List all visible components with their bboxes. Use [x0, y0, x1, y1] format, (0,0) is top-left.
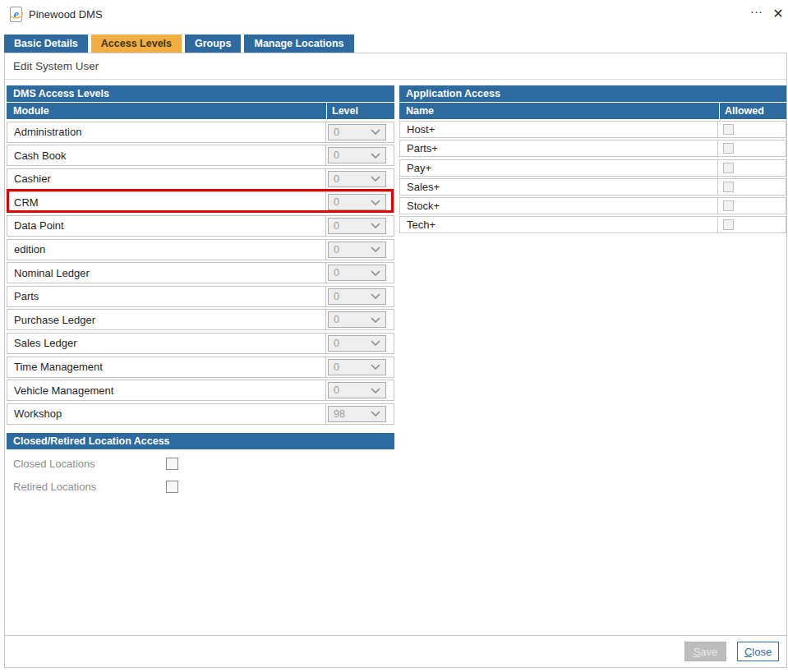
app-name-label: Pay+: [400, 160, 718, 176]
table-row: Parts 0: [7, 286, 394, 307]
chevron-down-icon: [371, 246, 380, 252]
window-title: Pinewood DMS: [29, 8, 103, 21]
chevron-down-icon: [371, 388, 380, 394]
table-row: Cash Book 0: [7, 145, 394, 166]
table-row-crm-highlighted: CRM 0: [7, 191, 394, 213]
level-value: 0: [334, 150, 339, 161]
table-row: edition 0: [7, 239, 394, 260]
level-value: 0: [334, 244, 339, 255]
level-value: 0: [334, 267, 339, 278]
level-value: 0: [334, 314, 339, 325]
table-row: Administration 0: [7, 122, 394, 143]
chevron-down-icon: [371, 340, 380, 346]
level-value: 0: [334, 220, 339, 232]
level-dropdown[interactable]: 0: [328, 265, 386, 281]
allowed-checkbox[interactable]: [723, 124, 734, 135]
table-row: Sales Ledger 0: [7, 333, 394, 354]
chevron-down-icon: [371, 223, 380, 228]
level-value: 0: [334, 196, 339, 208]
tab-basic-details[interactable]: Basic Details: [4, 35, 88, 53]
close-icon[interactable]: ✕: [769, 5, 787, 23]
page-title: Edit System User: [5, 53, 786, 80]
chevron-down-icon: [371, 129, 380, 135]
app-name-label: Stock+: [400, 198, 718, 214]
level-dropdown[interactable]: 0: [328, 124, 386, 140]
module-label: CRM: [7, 192, 326, 212]
level-dropdown[interactable]: 0: [328, 218, 386, 234]
tab-access-levels[interactable]: Access Levels: [91, 35, 182, 53]
level-dropdown[interactable]: 0: [328, 147, 386, 163]
save-button[interactable]: Save: [684, 642, 726, 661]
name-column-header: Name: [399, 103, 719, 119]
retired-locations-checkbox[interactable]: [166, 481, 178, 493]
allowed-checkbox[interactable]: [723, 182, 734, 192]
close-button[interactable]: Close: [737, 642, 779, 661]
tab-manage-locations[interactable]: Manage Locations: [244, 35, 353, 53]
level-dropdown[interactable]: 0: [328, 194, 386, 210]
table-row: Nominal Ledger 0: [7, 262, 394, 283]
content-frame: Edit System User DMS Access Levels Modul…: [4, 53, 787, 668]
module-label: Cashier: [7, 169, 326, 189]
table-row: Stock+: [399, 197, 786, 214]
level-dropdown[interactable]: 0: [328, 288, 386, 305]
level-dropdown[interactable]: 0: [328, 382, 386, 398]
level-dropdown[interactable]: 0: [328, 242, 386, 258]
closed-locations-row: Closed Locations: [7, 453, 394, 476]
level-value: 0: [334, 173, 339, 185]
allowed-checkbox[interactable]: [723, 163, 734, 173]
dms-column-header: Module Level: [7, 103, 394, 119]
allowed-checkbox[interactable]: [723, 219, 734, 230]
table-row: Vehicle Management 0: [7, 380, 394, 401]
chevron-down-icon: [371, 293, 380, 299]
level-dropdown[interactable]: 0: [328, 335, 386, 352]
level-value: 0: [334, 291, 339, 302]
table-row: Sales+: [399, 178, 786, 196]
module-label: Data Point: [7, 216, 326, 236]
level-dropdown[interactable]: 0: [328, 171, 386, 187]
application-column-header: Name Allowed: [399, 103, 786, 119]
retired-locations-label: Retired Locations: [7, 481, 166, 493]
table-row: Host+: [399, 121, 786, 138]
closed-retired-header: Closed/Retired Location Access: [7, 433, 394, 449]
level-dropdown[interactable]: 0: [328, 359, 386, 375]
chevron-down-icon: [371, 153, 380, 159]
module-label: Time Management: [7, 357, 326, 377]
table-row: Cashier 0: [7, 168, 394, 190]
dms-access-levels-header: DMS Access Levels: [7, 85, 394, 102]
table-row: Workshop 98: [7, 403, 394, 425]
table-row: Time Management 0: [7, 357, 394, 378]
footer-bar: Save Close: [5, 635, 786, 667]
module-label: edition: [7, 240, 326, 260]
chevron-down-icon: [371, 270, 380, 276]
level-value: 0: [334, 384, 339, 396]
level-value: 98: [334, 408, 345, 420]
module-label: Administration: [7, 122, 326, 142]
chevron-down-icon: [371, 176, 380, 182]
chevron-down-icon: [371, 200, 380, 205]
module-label: Parts: [7, 287, 326, 306]
level-dropdown[interactable]: 0: [328, 311, 386, 328]
app-name-label: Parts+: [400, 140, 718, 156]
tab-groups[interactable]: Groups: [185, 35, 241, 53]
table-row: Tech+: [399, 216, 786, 233]
table-row: Pay+: [399, 159, 786, 177]
chevron-down-icon: [371, 411, 380, 417]
closed-locations-checkbox[interactable]: [166, 458, 178, 470]
allowed-checkbox[interactable]: [723, 143, 734, 154]
module-label: Cash Book: [7, 145, 326, 165]
chevron-down-icon: [371, 317, 380, 323]
app-ie-icon: e: [7, 7, 25, 22]
level-value: 0: [334, 361, 339, 373]
level-column-header: Level: [326, 103, 394, 119]
allowed-checkbox[interactable]: [723, 200, 734, 211]
tab-bar: Basic Details Access Levels Groups Manag…: [4, 35, 354, 53]
application-access-header: Application Access: [399, 85, 786, 102]
svg-text:e: e: [13, 8, 18, 21]
window-titlebar: e Pinewood DMS ... ✕: [0, 0, 788, 31]
module-label: Workshop: [7, 404, 326, 424]
level-dropdown[interactable]: 98: [328, 406, 386, 422]
table-row: Parts+: [399, 140, 786, 157]
application-access-panel: Application Access Name Allowed Host+ Pa…: [399, 85, 786, 233]
window-menu-icon[interactable]: ...: [748, 2, 766, 20]
retired-locations-row: Retired Locations: [7, 476, 394, 499]
